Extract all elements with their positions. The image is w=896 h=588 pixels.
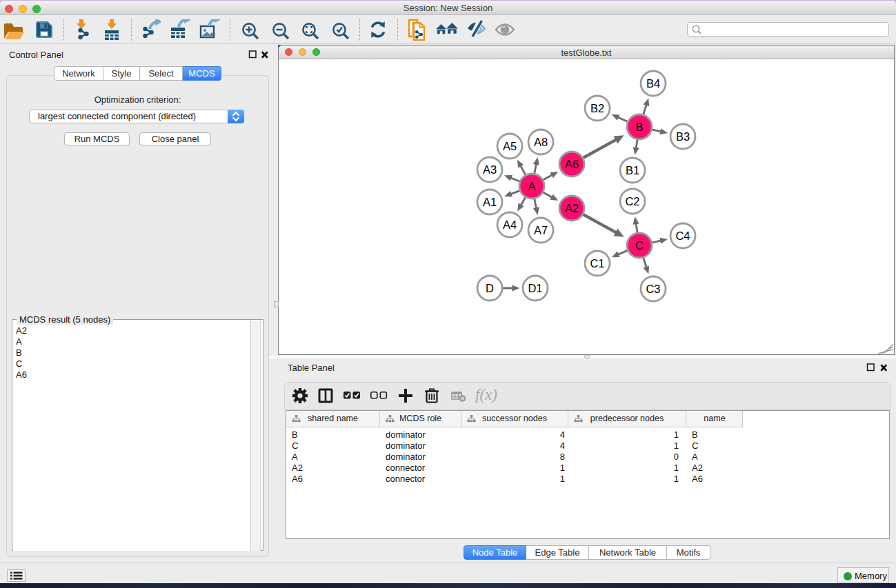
svg-text:C4: C4 (675, 230, 690, 242)
svg-text:A1: A1 (483, 196, 497, 208)
svg-text:A6: A6 (565, 158, 579, 170)
svg-text:B2: B2 (590, 102, 604, 114)
svg-text:A: A (528, 180, 535, 192)
svg-text:C2: C2 (625, 195, 639, 207)
svg-text:D: D (486, 282, 494, 294)
svg-text:A4: A4 (503, 219, 517, 231)
svg-text:B: B (635, 121, 643, 133)
svg-text:A5: A5 (503, 140, 517, 152)
svg-text:A7: A7 (534, 224, 548, 236)
svg-text:C3: C3 (646, 283, 660, 295)
svg-text:D1: D1 (528, 282, 542, 294)
svg-text:B4: B4 (646, 77, 660, 90)
svg-text:B3: B3 (676, 130, 690, 143)
svg-text:A3: A3 (483, 163, 497, 176)
svg-text:C: C (635, 239, 644, 252)
svg-text:C1: C1 (590, 257, 604, 270)
svg-text:A8: A8 (534, 136, 548, 148)
svg-text:A2: A2 (565, 202, 579, 214)
svg-text:B1: B1 (626, 164, 639, 176)
